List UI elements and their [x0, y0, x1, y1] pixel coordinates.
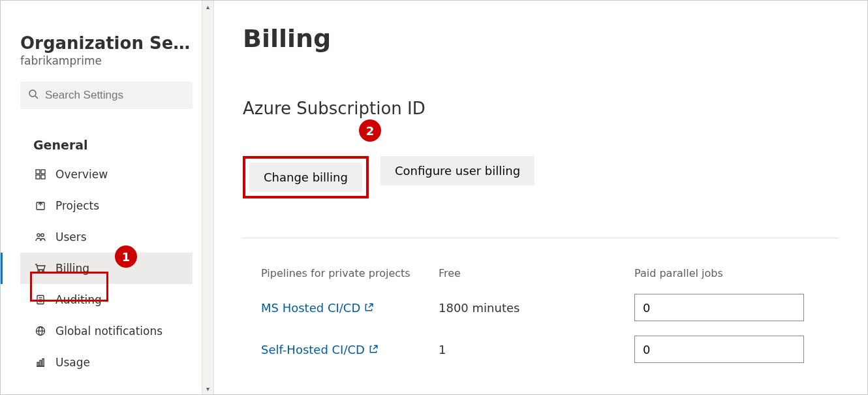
sidebar-item-billing[interactable]: Billing — [20, 253, 193, 284]
annotation-highlight-change-billing: Change billing — [243, 156, 369, 198]
nav-list: Overview Projects Users Billing Auditing — [20, 159, 193, 378]
sidebar-item-projects[interactable]: Projects — [20, 190, 193, 221]
org-subtitle: fabrikamprime — [20, 54, 193, 67]
paid-jobs-input-ms[interactable] — [634, 294, 804, 321]
svg-point-10 — [42, 271, 44, 273]
auditing-icon — [33, 294, 48, 305]
table-header: Pipelines for private projects Free Paid… — [243, 267, 839, 279]
subscription-heading: Azure Subscription ID — [243, 99, 839, 118]
annotation-callout-1: 1 — [115, 245, 137, 268]
sidebar-item-global-notifications[interactable]: Global notifications — [20, 315, 193, 347]
org-title: Organization Settin… — [20, 14, 193, 53]
main-content: Billing Azure Subscription ID 2 Change b… — [214, 1, 867, 394]
section-general-label: General — [20, 138, 193, 152]
notifications-icon — [33, 326, 48, 336]
nav-label: Users — [55, 230, 87, 244]
nav-label: Projects — [55, 199, 99, 212]
table-row: Self-Hosted CI/CD 1 — [243, 336, 839, 363]
svg-point-9 — [38, 271, 40, 273]
scroll-up-icon[interactable]: ▴ — [202, 1, 213, 12]
app-window: Organization Settin… fabrikamprime Gener… — [0, 0, 868, 395]
external-link-icon — [364, 303, 373, 312]
external-link-icon — [369, 345, 378, 354]
nav-label: Overview — [55, 168, 108, 181]
col-header-paid: Paid parallel jobs — [634, 267, 811, 279]
search-icon — [28, 89, 45, 102]
sidebar-item-usage[interactable]: Usage — [20, 347, 193, 378]
sidebar-inner: Organization Settin… fabrikamprime Gener… — [1, 14, 202, 378]
sidebar-scrollbar[interactable]: ▴ ▾ — [202, 1, 213, 394]
overview-icon — [33, 169, 48, 180]
sidebar-item-auditing[interactable]: Auditing — [20, 284, 193, 315]
link-label: Self-Hosted CI/CD — [261, 343, 365, 356]
sidebar-item-users[interactable]: Users — [20, 221, 193, 253]
page-title: Billing — [243, 24, 839, 53]
users-icon — [33, 232, 48, 242]
scroll-down-icon[interactable]: ▾ — [202, 383, 213, 394]
billing-icon — [33, 263, 48, 274]
svg-rect-4 — [36, 175, 40, 179]
free-value: 1 — [439, 343, 634, 356]
paid-jobs-input-self[interactable] — [634, 336, 804, 363]
svg-rect-21 — [42, 359, 44, 367]
annotation-callout-2: 2 — [359, 119, 381, 142]
pipelines-table: Pipelines for private projects Free Paid… — [243, 267, 839, 363]
projects-icon — [33, 200, 48, 211]
search-input-wrap[interactable] — [20, 82, 193, 109]
nav-label: Auditing — [55, 293, 102, 306]
billing-buttons-row: 2 Change billing Configure user billing — [243, 156, 839, 198]
col-header-pipelines: Pipelines for private projects — [243, 267, 439, 279]
col-header-free: Free — [439, 267, 634, 279]
configure-user-billing-button[interactable]: Configure user billing — [380, 156, 535, 185]
svg-rect-2 — [36, 170, 40, 174]
svg-rect-3 — [41, 170, 45, 174]
nav-label: Usage — [55, 356, 90, 369]
layout: Organization Settin… fabrikamprime Gener… — [1, 1, 867, 394]
divider — [243, 238, 839, 238]
svg-point-7 — [37, 234, 40, 236]
usage-icon — [33, 357, 48, 368]
free-value: 1800 minutes — [439, 301, 634, 315]
svg-rect-20 — [40, 360, 41, 366]
search-input[interactable] — [45, 89, 185, 102]
svg-point-0 — [29, 90, 36, 97]
nav-label: Global notifications — [55, 324, 163, 338]
sidebar: Organization Settin… fabrikamprime Gener… — [1, 1, 214, 394]
ms-hosted-link[interactable]: MS Hosted CI/CD — [261, 301, 373, 315]
svg-rect-19 — [37, 362, 39, 366]
link-label: MS Hosted CI/CD — [261, 301, 360, 315]
sidebar-item-overview[interactable]: Overview — [20, 159, 193, 190]
nav-label: Billing — [55, 262, 89, 275]
self-hosted-link[interactable]: Self-Hosted CI/CD — [261, 343, 378, 356]
svg-rect-5 — [41, 175, 45, 179]
svg-point-8 — [41, 234, 44, 236]
svg-line-1 — [35, 96, 38, 99]
change-billing-button[interactable]: Change billing — [249, 163, 362, 192]
table-row: MS Hosted CI/CD 1800 minutes — [243, 294, 839, 321]
